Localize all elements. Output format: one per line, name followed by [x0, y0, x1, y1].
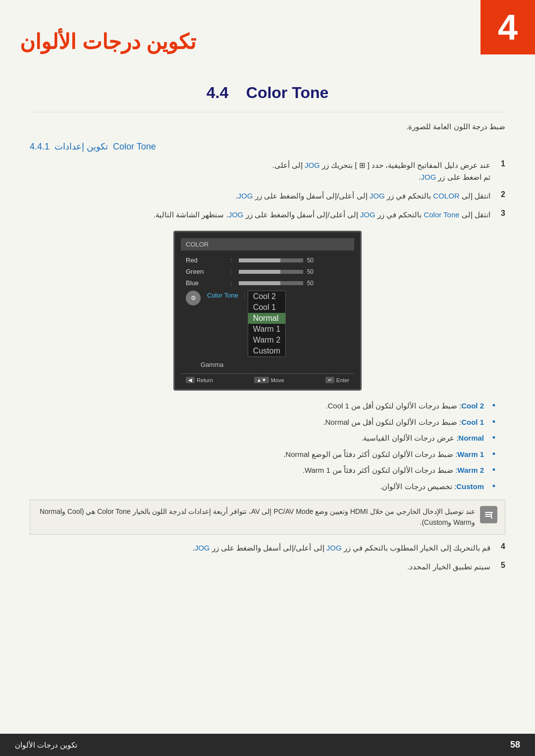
chapter-number-box: 4 [481, 0, 535, 54]
green-bar-fill [239, 270, 281, 274]
note-icon [480, 506, 497, 523]
option-cool2: Cool 2 [248, 291, 285, 302]
footer-enter: ↵ Enter [325, 377, 349, 383]
step-1-content: عند عرض دليل المفاتيح الوظيفية، حدد [ ⊞ … [272, 159, 490, 183]
step-2: 2 انتقل إلى COLOR بالتحكم في زر JOG إلى … [30, 190, 505, 202]
subsection-text: تكوين إعدادات [54, 141, 108, 152]
blue-label: Blue [186, 279, 230, 287]
steps-container: 1 عند عرض دليل المفاتيح الوظيفية، حدد [ … [30, 159, 505, 221]
bullet-cool2: • Cool 2: ضبط درجات الألوان لتكون أقل من… [30, 401, 495, 412]
bullet-text-normal: Normal: عرض درجات الألوان القياسية. [361, 433, 484, 444]
step-1: 1 عند عرض دليل المفاتيح الوظيفية، حدد [ … [30, 159, 505, 183]
red-value: 50 [307, 257, 320, 264]
menu-row-blue: Blue : 50 [181, 277, 354, 289]
section-title-text: Color Tone [246, 84, 329, 101]
bullet-dot-5: • [488, 465, 495, 475]
option-normal: Normal [248, 313, 285, 324]
menu-title-bar: COLOR [181, 238, 354, 251]
bullet-text-custom: Custom: تخصيص درجات الألوان. [380, 481, 484, 493]
steps-after-container: 4 قم بالتحريك إلى الخيار المطلوب بالتحكم… [30, 542, 505, 573]
blue-value: 50 [307, 280, 320, 287]
enter-icon: ↵ [325, 377, 334, 383]
subsection-number: 4.4.1 [30, 142, 50, 152]
section-arabic-desc: ضبط درجة اللون العامة للصورة. [30, 122, 505, 131]
term-custom: Custom [456, 482, 484, 491]
step-number-5: 5 [490, 561, 505, 570]
bullet-text-cool2: Cool 2: ضبط درجات الألوان لتكون أقل من C… [325, 401, 484, 412]
menu-row-gamma: Gamma [181, 359, 354, 370]
step-5-content: سيتم تطبيق الخيار المحدد. [407, 561, 490, 573]
blue-bar [239, 281, 303, 285]
green-bar [239, 270, 303, 274]
move-label: Move [271, 377, 284, 383]
term-warm1: Warm 1 [457, 450, 484, 458]
red-value-bar: : 50 [230, 256, 349, 264]
page-number: 58 [510, 740, 520, 750]
term-cool2: Cool 2 [461, 402, 484, 410]
option-cool1: Cool 1 [248, 302, 285, 313]
step-number-2: 2 [490, 190, 505, 199]
monitor-screen: COLOR Red : 50 Green : [173, 231, 362, 391]
term-warm2: Warm 2 [457, 466, 484, 474]
bullet-text-warm2: Warm 2: ضبط درجات الألوان لتكون أكثر دفئ… [303, 465, 484, 476]
red-label: Red [186, 256, 230, 264]
option-warm2: Warm 2 [248, 335, 285, 346]
move-icon: ▲▼ [254, 377, 269, 383]
svg-rect-3 [491, 513, 492, 518]
subsection-header: Color Tone تكوين إعدادات 4.4.1 [30, 141, 505, 152]
red-bar [239, 258, 303, 262]
enter-label: Enter [336, 377, 349, 383]
step-number-4: 4 [490, 542, 505, 551]
green-label: Green [186, 268, 230, 275]
subsection-term: Color Tone [113, 142, 156, 152]
bullet-cool1: • Cool 1: ضبط درجات الألوان لتكون أقل من… [30, 417, 495, 428]
page-footer: 58 تكوين درجات الألوان [0, 734, 535, 756]
color-tone-label: Color Tone [207, 291, 242, 299]
step-4: 4 قم بالتحريك إلى الخيار المطلوب بالتحكم… [30, 542, 505, 554]
footer-move: ▲▼ Move [254, 377, 284, 383]
term-normal: Normal [458, 434, 484, 442]
note-text: عند توصيل الإدخال الخارجي من خلال HDMI و… [38, 506, 475, 528]
footer-return: ◀ Return [186, 377, 213, 383]
note-box: عند توصيل الإدخال الخارجي من خلال HDMI و… [30, 500, 505, 535]
step-4-content: قم بالتحريك إلى الخيار المطلوب بالتحكم ف… [192, 542, 490, 554]
bullet-dot-2: • [488, 417, 495, 427]
term-cool1: Cool 1 [461, 418, 484, 426]
menu-title: COLOR [186, 241, 209, 248]
bullet-dot-4: • [488, 449, 495, 459]
bullet-text-warm1: Warm 1: ضبط درجات الألوان لتكون أكثر دفئ… [283, 449, 484, 460]
bullet-dot-6: • [488, 481, 495, 492]
option-custom: Custom [248, 346, 285, 356]
step-3: 3 انتقل إلى Color Tone بالتحكم في زر JOG… [30, 209, 505, 221]
monitor-footer: ◀ Return ▲▼ Move ↵ Enter [181, 373, 354, 383]
bullet-text-cool1: Cool 1: ضبط درجات الألوان لتكون أقل من N… [323, 417, 484, 428]
menu-row-red: Red : 50 [181, 254, 354, 266]
chapter-number: 4 [498, 7, 518, 48]
bullet-dot-1: • [488, 401, 495, 411]
color-tone-icon: ⚙ [186, 291, 201, 305]
step-number-1: 1 [490, 159, 505, 168]
svg-rect-2 [485, 516, 492, 517]
bullet-warm1: • Warm 1: ضبط درجات الألوان لتكون أكثر د… [30, 449, 495, 460]
bullet-normal: • Normal: عرض درجات الألوان القياسية. [30, 433, 495, 444]
green-value-bar: : 50 [230, 268, 349, 275]
section-number: 4.4 [207, 84, 228, 101]
blue-value-bar: : 50 [230, 279, 349, 287]
step-5: 5 سيتم تطبيق الخيار المحدد. [30, 561, 505, 573]
svg-rect-1 [485, 514, 491, 515]
step-number-3: 3 [490, 209, 505, 218]
color-tone-dropdown: Cool 2 Cool 1 Normal Warm 1 Warm 2 Custo… [248, 291, 286, 357]
color-tone-row: ⚙ Color Tone : Cool 2 Cool 1 Normal Warm… [181, 289, 354, 359]
step-3-content: انتقل إلى Color Tone بالتحكم في زر JOG إ… [154, 209, 490, 221]
blue-bar-fill [239, 281, 281, 285]
svg-rect-0 [485, 512, 493, 513]
color-tone-colon: : [244, 291, 246, 298]
section-title: 4.4 Color Tone [30, 84, 505, 102]
bullet-list: • Cool 2: ضبط درجات الألوان لتكون أقل من… [30, 401, 505, 492]
red-bar-fill [239, 258, 281, 262]
footer-chapter-title: تكوين درجات الألوان [15, 741, 77, 750]
return-label: Return [197, 377, 213, 383]
menu-row-green: Green : 50 [181, 266, 354, 277]
option-warm1: Warm 1 [248, 324, 285, 335]
step-2-content: انتقل إلى COLOR بالتحكم في زر JOG إلى أع… [235, 190, 490, 202]
